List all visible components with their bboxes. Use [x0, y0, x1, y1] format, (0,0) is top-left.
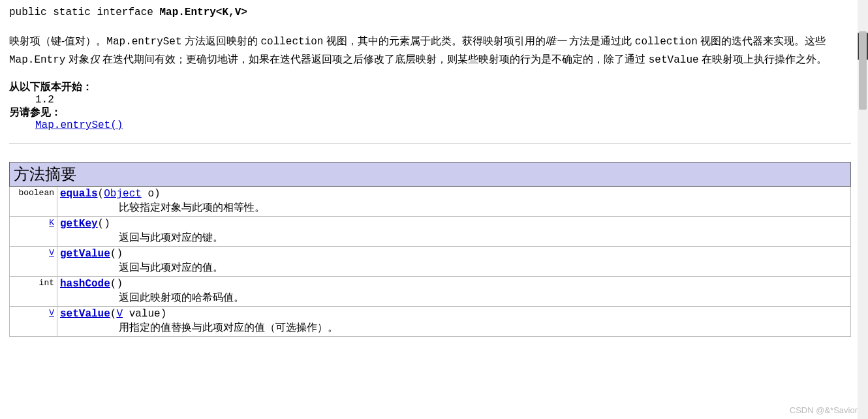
param-name: value: [123, 308, 161, 320]
type-description: 映射项（键-值对）。Map.entrySet 方法返回映射的 collectio…: [9, 33, 851, 69]
type-declaration: public static interface Map.Entry<K,V>: [9, 7, 851, 18]
method-desc: 用指定的值替换与此项对应的值（可选操作）。: [119, 321, 848, 335]
method-desc: 返回与此项对应的值。: [119, 261, 848, 275]
return-type-cell: boolean: [10, 187, 57, 217]
paren: (: [98, 218, 104, 230]
paren: ): [161, 308, 167, 320]
table-row: K getKey() 返回与此项对应的键。: [10, 217, 851, 247]
return-type-link[interactable]: V: [49, 248, 54, 258]
method-summary-header: 方法摘要: [10, 163, 851, 187]
divider: [9, 143, 851, 144]
paren: ): [116, 278, 123, 290]
paren: ): [154, 188, 161, 200]
method-desc: 返回与此项对应的键。: [119, 231, 848, 245]
signature-cell: equals(Object o) 比较指定对象与此项的相等性。: [57, 187, 851, 217]
desc-text: 对象: [65, 54, 89, 65]
desc-text: 映射项（键-值对）。: [9, 35, 106, 46]
method-desc: 返回此映射项的哈希码值。: [119, 291, 848, 305]
method-desc: 比较指定对象与此项的相等性。: [119, 201, 848, 215]
paren: (: [110, 308, 117, 320]
return-type: int: [39, 278, 54, 288]
desc-text: 在迭代期间有效；更确切地讲，如果在迭代器返回项之后修改了底层映射，则某些映射项的…: [100, 54, 649, 65]
signature-cell: getValue() 返回与此项对应的值。: [57, 247, 851, 277]
desc-code: collection: [260, 36, 323, 48]
param-type-link[interactable]: Object: [104, 188, 142, 200]
paren: ): [104, 218, 110, 230]
desc-text: 视图，其中的元素属于此类。获得映射项引用的: [323, 35, 545, 46]
see-also-label: 另请参见：: [9, 106, 851, 119]
return-type-link[interactable]: K: [49, 218, 54, 228]
return-type-cell: int: [10, 277, 57, 307]
return-type-cell: V: [10, 247, 57, 277]
see-also-link[interactable]: Map.entrySet(): [35, 119, 123, 131]
method-link-getkey[interactable]: getKey: [60, 218, 98, 230]
desc-code: setValue: [649, 54, 699, 66]
desc-code: Map.Entry: [9, 54, 65, 66]
table-row: boolean equals(Object o) 比较指定对象与此项的相等性。: [10, 187, 851, 217]
return-type-cell: V: [10, 307, 57, 337]
paren: (: [98, 188, 104, 200]
desc-emph: 唯一: [546, 35, 566, 46]
method-summary-table: 方法摘要 boolean equals(Object o) 比较指定对象与此项的…: [9, 162, 851, 337]
param-name: o: [142, 188, 154, 200]
desc-text: 在映射项上执行操作之外。: [699, 54, 827, 65]
return-type-link[interactable]: V: [49, 308, 54, 318]
paren: (: [110, 248, 117, 260]
method-link-setvalue[interactable]: setValue: [60, 308, 110, 320]
since-value: 1.2: [35, 94, 851, 106]
return-type-cell: K: [10, 217, 57, 247]
method-link-getvalue[interactable]: getValue: [60, 248, 110, 260]
param-type-link[interactable]: V: [116, 308, 123, 320]
return-type: boolean: [18, 188, 54, 198]
desc-text: 视图的迭代器来实现。这些: [698, 35, 826, 46]
javadoc-page: public static interface Map.Entry<K,V> 映…: [0, 0, 860, 350]
signature-cell: hashCode() 返回此映射项的哈希码值。: [57, 277, 851, 307]
paren: ): [116, 248, 123, 260]
desc-code: collection: [635, 36, 698, 48]
method-link-equals[interactable]: equals: [60, 188, 98, 200]
desc-text: 方法返回映射的: [182, 35, 261, 46]
paren: (: [110, 278, 117, 290]
signature-cell: getKey() 返回与此项对应的键。: [57, 217, 851, 247]
since-label: 从以下版本开始：: [9, 80, 851, 94]
table-row: V setValue(V value) 用指定的值替换与此项对应的值（可选操作）…: [10, 307, 851, 337]
meta-list: 从以下版本开始： 1.2 另请参见： Map.entrySet(): [9, 80, 851, 131]
decl-name: Map.Entry<K,V>: [159, 7, 247, 18]
table-row: V getValue() 返回与此项对应的值。: [10, 247, 851, 277]
desc-emph: 仅: [89, 54, 100, 65]
method-link-hashcode[interactable]: hashCode: [60, 278, 110, 290]
desc-text: 方法是通过此: [566, 35, 635, 46]
desc-code: Map.entrySet: [106, 36, 181, 48]
decl-prefix: public static interface: [9, 7, 159, 18]
signature-cell: setValue(V value) 用指定的值替换与此项对应的值（可选操作）。: [57, 307, 851, 337]
table-row: int hashCode() 返回此映射项的哈希码值。: [10, 277, 851, 307]
